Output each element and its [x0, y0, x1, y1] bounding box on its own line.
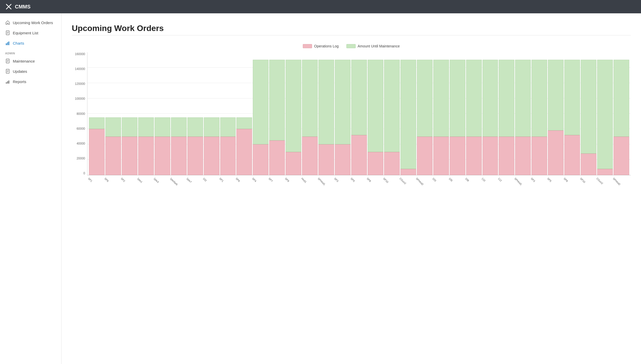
x-labels: SP1SP6SP21pw11pw31pw5a/b1pw7102SP1SP6SP4…: [87, 176, 631, 190]
bar-stack: [318, 60, 334, 175]
bar-group: [236, 52, 252, 175]
bar-pink: [466, 137, 482, 175]
bar-stack: [236, 117, 252, 175]
bar-pink: [171, 137, 187, 175]
bar-green: [187, 117, 203, 137]
bar-pink: [269, 140, 285, 175]
bar-group: [515, 52, 531, 175]
bar-pink: [433, 137, 449, 175]
bar-stack: [253, 60, 268, 175]
bar-stack: [122, 117, 137, 175]
bar-green: [548, 60, 564, 130]
bar-group: [368, 52, 383, 175]
bar-stack: [400, 60, 416, 175]
bar-pink: [253, 144, 268, 175]
bar-green: [155, 117, 170, 137]
chart-legend: Operations Log Amount Until Maintenance: [72, 44, 631, 48]
bar-group: [318, 52, 334, 175]
main-layout: Upcoming Work Orders Equipment List: [0, 13, 641, 364]
bar-group: [597, 52, 613, 175]
bar-group: [138, 52, 154, 175]
bar-pink: [105, 137, 121, 175]
bar-green: [236, 117, 252, 129]
bar-stack: [564, 60, 580, 175]
bar-pink: [368, 152, 383, 175]
sidebar-item-charts[interactable]: Charts: [0, 38, 61, 48]
legend-item-operations-log: Operations Log: [303, 44, 339, 48]
doc-icon: [5, 30, 10, 35]
legend-label-operations-log: Operations Log: [314, 44, 339, 48]
y-axis-label: 20000: [72, 157, 85, 160]
y-axis: 1600001400001200001000008000060000400002…: [72, 52, 87, 190]
bar-group: [614, 52, 629, 175]
sidebar-item-upcoming-work-orders[interactable]: Upcoming Work Orders: [0, 17, 61, 28]
bar-stack: [384, 60, 400, 175]
bar-group: [204, 52, 219, 175]
bar-group: [548, 52, 564, 175]
bar-green: [384, 60, 400, 152]
y-axis-label: 0: [72, 171, 85, 175]
bar-group: [253, 52, 268, 175]
bar-pink: [122, 137, 137, 175]
bar-group: [450, 52, 465, 175]
sidebar-item-updates[interactable]: Updates: [0, 66, 61, 76]
topbar: CMMS: [0, 0, 641, 13]
bar-green: [564, 60, 580, 135]
page-title: Upcoming Work Orders: [72, 24, 631, 33]
bar-stack: [138, 117, 154, 175]
bar-pink: [155, 137, 170, 175]
bar-group: [286, 52, 301, 175]
bar-green: [302, 60, 318, 137]
bar-pink: [138, 137, 154, 175]
bar-stack: [532, 60, 547, 175]
y-axis-label: 40000: [72, 142, 85, 145]
sidebar: Upcoming Work Orders Equipment List: [0, 13, 62, 364]
bar-pink: [614, 137, 629, 175]
bar-pink: [384, 152, 400, 175]
bar-pink: [351, 135, 367, 175]
bar-green: [499, 60, 514, 137]
svg-rect-18: [7, 81, 8, 84]
bar-green: [105, 117, 121, 137]
bar-group: [89, 52, 105, 175]
sidebar-item-reports[interactable]: Reports: [0, 76, 61, 87]
bar-pink: [581, 154, 596, 175]
x-axis-label: SPHnd2: [604, 176, 625, 197]
bar-green: [483, 60, 498, 137]
bar-group: [122, 52, 137, 175]
y-axis-label: 120000: [72, 82, 85, 86]
reports-icon: [5, 79, 10, 84]
bar-green: [318, 60, 334, 144]
sidebar-item-maintenance[interactable]: Maintenance: [0, 56, 61, 66]
bar-green: [253, 60, 268, 144]
svg-rect-6: [6, 43, 7, 45]
bar-stack: [204, 117, 219, 175]
y-axis-label: 160000: [72, 52, 85, 56]
bar-stack: [171, 117, 187, 175]
y-axis-label: 60000: [72, 127, 85, 130]
bar-stack: [499, 60, 514, 175]
bar-green: [89, 117, 105, 129]
chart-inner: SP1SP6SP21pw11pw31pw5a/b1pw7102SP1SP6SP4…: [87, 52, 631, 190]
svg-rect-19: [8, 80, 9, 84]
bar-stack: [187, 117, 203, 175]
svg-rect-17: [6, 82, 7, 84]
bar-pink: [335, 144, 350, 175]
y-axis-label: 80000: [72, 112, 85, 116]
bar-group: [335, 52, 350, 175]
bar-green: [450, 60, 465, 137]
bar-group: [187, 52, 203, 175]
main-content: Upcoming Work Orders Operations Log Amou…: [62, 13, 641, 364]
bar-group: [302, 52, 318, 175]
bar-green: [515, 60, 531, 137]
bar-group: [564, 52, 580, 175]
bar-stack: [417, 60, 433, 175]
sidebar-item-equipment-list[interactable]: Equipment List: [0, 28, 61, 38]
chart-container: Operations Log Amount Until Maintenance …: [72, 42, 631, 193]
bar-stack: [286, 60, 301, 175]
bar-pink: [318, 144, 334, 175]
bar-green: [581, 60, 596, 154]
bar-group: [400, 52, 416, 175]
updates-icon: [5, 69, 10, 74]
bar-pink: [548, 130, 564, 175]
